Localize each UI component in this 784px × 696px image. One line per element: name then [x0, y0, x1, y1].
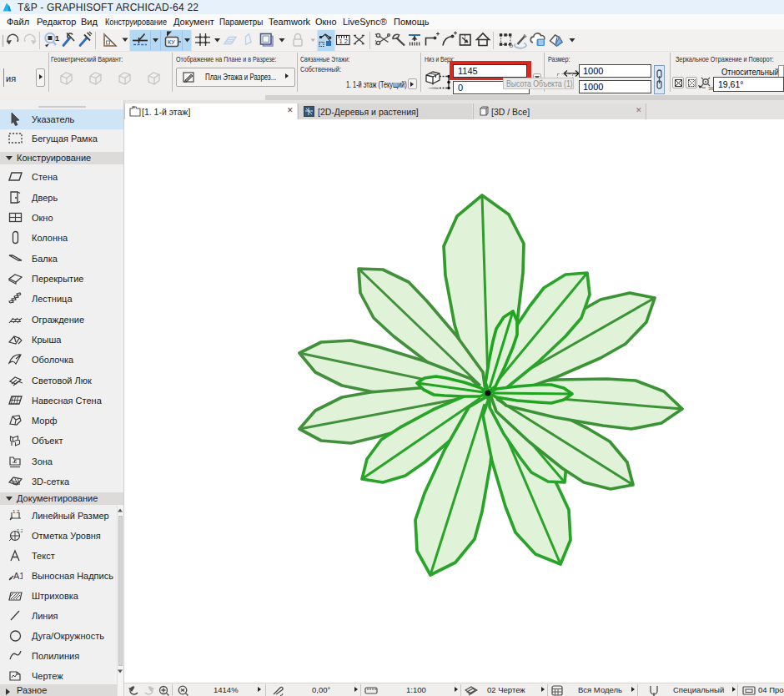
svg-text:1 2: 1 2: [339, 38, 348, 45]
svg-text:1: 1: [55, 34, 59, 43]
svg-text:A1: A1: [13, 571, 23, 581]
svg-text:1.2: 1.2: [13, 509, 20, 514]
svg-text:КУ: КУ: [168, 39, 175, 45]
svg-text:1.2: 1.2: [17, 528, 23, 533]
